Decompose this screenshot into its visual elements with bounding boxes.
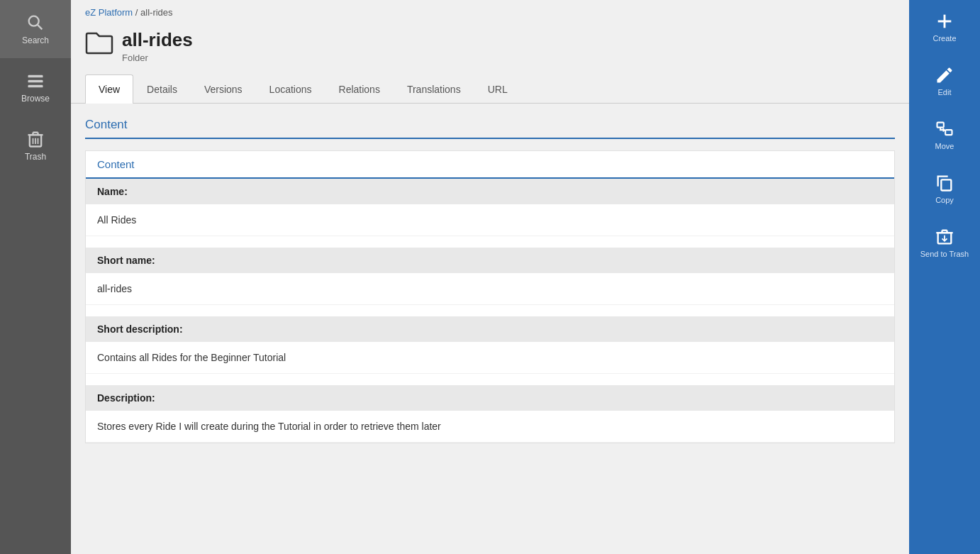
svg-rect-3 — [28, 80, 43, 83]
svg-rect-2 — [28, 75, 43, 78]
sub-section-header: Content — [86, 151, 894, 179]
folder-icon — [85, 31, 113, 62]
action-copy[interactable]: Copy — [909, 162, 980, 216]
page-title-block: all-rides Folder — [122, 29, 193, 63]
left-sidebar: Search Browse Trash — [0, 0, 71, 554]
breadcrumb-platform-link[interactable]: eZ Platform — [85, 7, 133, 18]
search-icon — [26, 13, 45, 33]
field-short-description-value: Contains all Rides for the Beginner Tuto… — [86, 342, 894, 374]
content-card: Content Name: All Rides Short name: all-… — [85, 150, 895, 443]
action-create-label: Create — [932, 34, 956, 43]
tab-relations[interactable]: Relations — [325, 74, 394, 104]
main-content: eZ Platform / all-rides all-rides Folder… — [71, 0, 909, 554]
copy-icon — [935, 173, 954, 193]
sidebar-item-label-trash: Trash — [25, 152, 46, 162]
svg-point-0 — [29, 16, 39, 26]
tab-versions[interactable]: Versions — [191, 74, 256, 104]
field-short-name-label: Short name: — [86, 248, 894, 273]
move-icon — [935, 119, 954, 139]
field-short-description-label: Short description: — [86, 316, 894, 342]
tab-locations[interactable]: Locations — [256, 74, 325, 104]
svg-rect-16 — [945, 130, 952, 135]
breadcrumb-current: all-rides — [140, 7, 173, 18]
breadcrumb-separator: / — [135, 7, 138, 18]
sidebar-item-label-browse: Browse — [21, 94, 50, 104]
page-title: all-rides — [122, 29, 193, 51]
send-to-trash-icon — [935, 227, 954, 247]
page-subtitle: Folder — [122, 52, 193, 63]
sidebar-item-label-search: Search — [22, 35, 49, 45]
action-edit[interactable]: Edit — [909, 54, 980, 108]
edit-icon — [935, 65, 954, 85]
content-card-inner: Name: All Rides Short name: all-rides Sh… — [86, 179, 894, 443]
sidebar-item-browse[interactable]: Browse — [0, 58, 71, 116]
create-icon — [935, 11, 954, 31]
page-header: all-rides Folder — [71, 22, 909, 74]
trash-icon — [26, 129, 45, 149]
breadcrumb: eZ Platform / all-rides — [71, 0, 909, 22]
sidebar-item-trash[interactable]: Trash — [0, 116, 71, 174]
browse-icon — [26, 71, 45, 91]
sidebar-item-search[interactable]: Search — [0, 0, 71, 58]
action-send-to-trash[interactable]: Send to Trash — [909, 216, 980, 270]
field-short-description: Short description: Contains all Rides fo… — [86, 316, 894, 374]
content-area: Content Content Name: All Rides Short na… — [71, 104, 909, 554]
svg-rect-15 — [937, 123, 944, 128]
tab-view[interactable]: View — [85, 74, 133, 104]
action-copy-label: Copy — [935, 196, 954, 204]
action-move-label: Move — [935, 142, 954, 150]
field-description: Description: Stores every Ride I will cr… — [86, 385, 894, 443]
action-move[interactable]: Move — [909, 108, 980, 162]
field-name-value: All Rides — [86, 204, 894, 236]
tab-translations[interactable]: Translations — [394, 74, 474, 104]
svg-rect-4 — [28, 85, 43, 88]
svg-line-1 — [38, 25, 42, 29]
field-description-label: Description: — [86, 385, 894, 411]
sub-section-title: Content — [97, 158, 883, 170]
tabs: View Details Versions Locations Relation… — [71, 74, 909, 104]
action-create[interactable]: Create — [909, 0, 980, 54]
content-section-title: Content — [85, 118, 895, 139]
right-sidebar: Create Edit Move Copy — [909, 0, 980, 554]
tab-url[interactable]: URL — [474, 74, 521, 104]
svg-rect-17 — [941, 179, 951, 190]
field-short-name-value: all-rides — [86, 273, 894, 305]
field-description-value: Stores every Ride I will create during t… — [86, 411, 894, 443]
field-short-name: Short name: all-rides — [86, 248, 894, 305]
action-edit-label: Edit — [938, 88, 952, 96]
field-name: Name: All Rides — [86, 179, 894, 236]
tab-details[interactable]: Details — [133, 74, 191, 104]
action-send-to-trash-label: Send to Trash — [920, 250, 969, 258]
field-name-label: Name: — [86, 179, 894, 204]
